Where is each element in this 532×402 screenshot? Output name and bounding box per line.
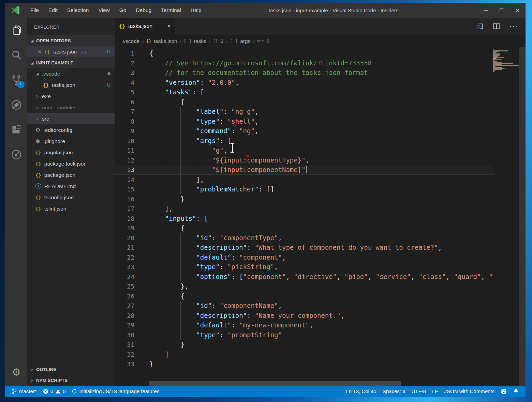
breadcrumb-item[interactable]: 0 [220, 38, 223, 44]
menu-file[interactable]: File [26, 3, 44, 18]
language-mode[interactable]: JSON with Comments [441, 386, 498, 397]
npm-scripts-header[interactable]: ▷ NPM SCRIPTS [27, 375, 115, 386]
open-editors-header[interactable]: ◢ OPEN EDITORS [27, 35, 115, 46]
menu-help[interactable]: Help [186, 3, 206, 18]
menu-edit[interactable]: Edit [44, 3, 62, 18]
code-line-25[interactable]: 25 }, [115, 281, 493, 291]
git-branch-indicator[interactable]: master* [9, 386, 40, 397]
folder-section-header[interactable]: ◢ INPUT-EXAMPLE [27, 57, 115, 68]
indent-guide [165, 155, 181, 165]
code-line-5[interactable]: 5 "tasks": [ [115, 87, 493, 97]
code-line-26[interactable]: 26 { [115, 291, 493, 301]
code-line-33[interactable]: 33} [115, 359, 493, 369]
code-line-28[interactable]: 28 "description": "Name your component."… [115, 311, 493, 321]
feedback-smiley-icon[interactable] [498, 386, 510, 397]
tree-item-e2e[interactable]: ▷e2e [27, 91, 115, 102]
menu-view[interactable]: View [93, 3, 114, 18]
tree-item--vscode[interactable]: ◢.vscode [27, 68, 115, 79]
code-line-13[interactable]: 13 "${input:componentName}" [115, 165, 493, 175]
minimap[interactable] [493, 49, 519, 386]
code-line-9[interactable]: 9 "command": "ng", [115, 126, 493, 136]
code-line-2[interactable]: 2 // See https://go.microsoft.com/fwlink… [115, 58, 493, 68]
code-line-29[interactable]: 29 "default": "my-new-component", [115, 320, 493, 330]
code-line-12[interactable]: 12 "${input:componentType}", [115, 155, 493, 165]
close-tab-icon[interactable]: × [167, 23, 171, 30]
gauge-icon[interactable] [5, 142, 27, 167]
tree-item--gitignore[interactable]: .gitignore [27, 136, 115, 147]
maximize-button[interactable] [493, 3, 509, 18]
code-line-27[interactable]: 27 "id": "componentName", [115, 301, 493, 311]
extensions-icon[interactable] [5, 117, 27, 142]
vertical-scrollbar[interactable] [519, 47, 526, 386]
problems-indicator[interactable]: 0 0 [40, 386, 69, 397]
search-icon[interactable] [5, 43, 27, 67]
tree-item-README-md[interactable]: iREADME.md [27, 181, 115, 192]
code-line-31[interactable]: 31 } [115, 340, 493, 350]
code-line-11[interactable]: 11 "g", [115, 145, 493, 155]
tree-item-tsconfig-json[interactable]: {}tsconfig.json [27, 192, 115, 203]
more-actions-icon[interactable]: ··· [509, 22, 519, 31]
minimize-button[interactable] [477, 3, 493, 18]
code-line-21[interactable]: 21 "description": "What type of componen… [115, 243, 493, 252]
code-line-8[interactable]: 8 "type": "shell", [115, 117, 493, 126]
tree-item-tasks-json[interactable]: {}tasks.jsonU [27, 79, 115, 91]
notifications-bell-icon[interactable] [510, 386, 522, 397]
code-line-4[interactable]: 4 "version": "2.0.0", [115, 78, 493, 88]
code-token: "Name your component." [255, 312, 341, 319]
code-editor[interactable]: 1{2 // See https://go.microsoft.com/fwli… [115, 47, 526, 386]
code-line-3[interactable]: 3 // for the documentation about the tas… [115, 68, 493, 78]
code-line-6[interactable]: 6 { [115, 97, 493, 107]
code-line-10[interactable]: 10 "args": [ [115, 136, 493, 146]
close-window-button[interactable]: × [509, 3, 526, 18]
remote-cursor [247, 157, 247, 164]
debug-icon[interactable] [5, 92, 27, 117]
code-line-19[interactable]: 19 { [115, 223, 493, 233]
indentation-setting[interactable]: Spaces: 4 [380, 386, 409, 397]
breadcrumb-item[interactable]: 2 [266, 38, 269, 44]
breadcrumb-item[interactable]: tasks [194, 38, 206, 44]
explorer-icon[interactable] [5, 18, 27, 43]
code-line-18[interactable]: 18 "inputs": [ [115, 214, 493, 223]
cursor-position[interactable]: Ln 13, Col 40 [343, 386, 379, 397]
code-line-15[interactable]: 15 "problemMatcher": [] [115, 184, 493, 194]
outline-header[interactable]: ▷ OUTLINE [27, 364, 115, 375]
code-line-24[interactable]: 24 "options": ["component", "directive",… [115, 272, 493, 282]
language-features-status[interactable]: Initializing JS/TS language features [69, 386, 162, 397]
settings-gear-icon[interactable]: ⚙ [5, 362, 27, 382]
open-preview-icon[interactable] [475, 22, 484, 31]
horizontal-scrollbar[interactable] [149, 381, 401, 386]
code-line-7[interactable]: 7 "label": "ng g", [115, 107, 493, 117]
open-editor-item[interactable]: ×{}tasks.json.vs...U [27, 46, 115, 57]
code-line-16[interactable]: 16 } [115, 194, 493, 204]
tree-item--editorconfig[interactable]: ⚙.editorconfig [27, 124, 115, 136]
menu-go[interactable]: Go [115, 3, 131, 18]
tree-item-node-modules[interactable]: ▷node_modules [27, 102, 115, 113]
tree-item-tslint-json[interactable]: {}tslint.json [27, 203, 115, 214]
split-editor-icon[interactable] [492, 22, 501, 31]
code-line-17[interactable]: 17 ], [115, 204, 493, 214]
menu-debug[interactable]: Debug [131, 3, 156, 18]
menu-selection[interactable]: Selection [62, 3, 94, 18]
code-line-22[interactable]: 22 "default": "component", [115, 252, 493, 262]
code-line-32[interactable]: 32 ] [115, 350, 493, 359]
code-line-1[interactable]: 1{ [115, 48, 493, 58]
breadcrumb-item[interactable]: .vscode [121, 38, 139, 44]
tab-tasks-json[interactable]: {} tasks.json × [115, 18, 175, 35]
indent-guide [165, 184, 181, 194]
close-editor-icon[interactable]: × [38, 49, 41, 55]
code-line-23[interactable]: 23 "type": "pickString", [115, 262, 493, 272]
code-line-20[interactable]: 20 "id": "componentType", [115, 233, 493, 243]
encoding-setting[interactable]: UTF-8 [408, 386, 429, 397]
tree-item-package-lock-json[interactable]: {}package-lock.json [27, 158, 115, 169]
breadcrumb-item[interactable]: tasks.json [154, 38, 177, 44]
eol-setting[interactable]: LF [429, 386, 441, 397]
tree-item-src[interactable]: ▷src [27, 113, 115, 124]
tree-item-package-json[interactable]: {}package.json [27, 169, 115, 181]
menu-terminal[interactable]: Terminal [156, 3, 186, 18]
code-line-14[interactable]: 14 ], [115, 175, 493, 185]
breadcrumb-item[interactable]: args [240, 38, 250, 44]
code-line-30[interactable]: 30 "type": "promptString" [115, 330, 493, 340]
indent-guide [180, 262, 196, 272]
source-control-icon[interactable]: 1 [5, 67, 27, 92]
tree-item-angular-json[interactable]: {}angular.json [27, 147, 115, 158]
